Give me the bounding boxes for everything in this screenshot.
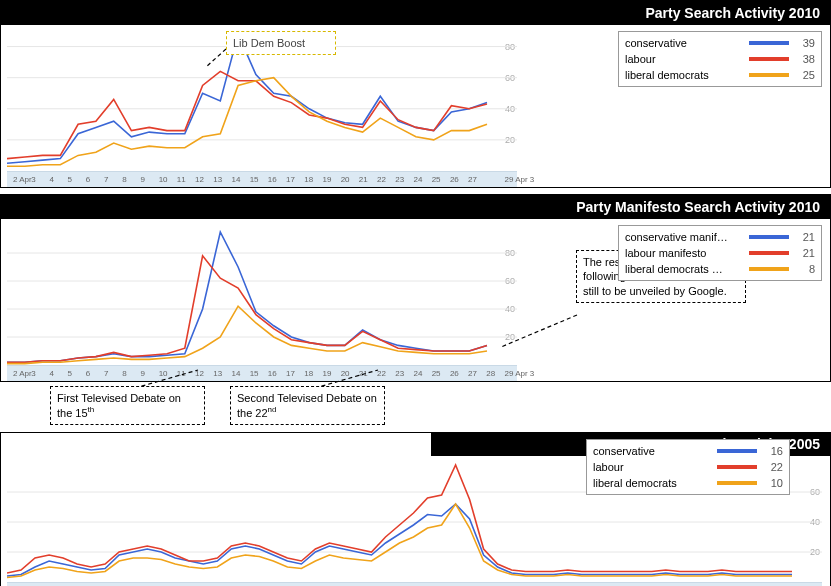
x-tick: 27 xyxy=(466,369,484,378)
x-tick: 29 Apr 3 xyxy=(502,369,520,378)
x-tick: 17 xyxy=(284,369,302,378)
x-axis: 3 Apr10 Apr17 Apr24 Apr1 May8 May15 May2… xyxy=(7,582,822,586)
x-tick: 14 xyxy=(229,369,247,378)
x-tick: 27 xyxy=(466,175,484,184)
x-tick: 24 xyxy=(411,175,429,184)
x-tick: 11 xyxy=(175,175,193,184)
legend-swatch xyxy=(717,449,757,453)
legend-value: 25 xyxy=(793,69,815,81)
x-tick: 3 xyxy=(29,369,47,378)
chart-svg xyxy=(7,225,517,365)
x-tick: 6 xyxy=(84,369,102,378)
callout-debate-2: Second Televised Debate on the 22nd xyxy=(230,386,385,425)
legend-swatch xyxy=(717,465,757,469)
x-tick: 2 Apr xyxy=(11,369,29,378)
callout-debate-1: First Televised Debate on the 15th xyxy=(50,386,205,425)
x-tick: 24 xyxy=(411,369,429,378)
x-tick: 26 xyxy=(448,369,466,378)
x-tick: 22 xyxy=(375,175,393,184)
legend-row: labour22 xyxy=(593,459,783,475)
x-tick: 15 xyxy=(248,369,266,378)
legend-name: liberal democrats xyxy=(625,69,745,81)
x-tick: 18 xyxy=(302,175,320,184)
legend-swatch xyxy=(749,73,789,77)
legend-name: liberal democrats xyxy=(593,477,713,489)
x-tick: 4 xyxy=(47,175,65,184)
x-tick: 28 xyxy=(484,369,502,378)
legend-swatch xyxy=(749,57,789,61)
plot-area: 20406080 xyxy=(7,225,517,365)
x-tick: 29 Apr 3 xyxy=(502,175,520,184)
legend-value: 21 xyxy=(793,247,815,259)
legend-value: 39 xyxy=(793,37,815,49)
chart-panel-0: Party Search Activity 2010conservative39… xyxy=(0,0,831,188)
panel-title: Party Manifesto Search Activity 2010 xyxy=(1,195,830,219)
legend-row: liberal democrats …8 xyxy=(625,261,815,277)
legend-row: conservative16 xyxy=(593,443,783,459)
x-tick: 17 xyxy=(284,175,302,184)
legend: conservative39labour38liberal democrats2… xyxy=(618,31,822,87)
legend-swatch xyxy=(749,235,789,239)
legend-swatch xyxy=(749,41,789,45)
legend-row: conservative39 xyxy=(625,35,815,51)
legend-row: liberal democrats10 xyxy=(593,475,783,491)
x-tick: 25 xyxy=(430,175,448,184)
x-tick: 7 xyxy=(102,369,120,378)
x-axis: 2 Apr34567891011121314151617181920212223… xyxy=(7,365,517,381)
x-tick: 13 xyxy=(211,175,229,184)
x-tick: 6 xyxy=(84,175,102,184)
x-tick: 15 xyxy=(248,175,266,184)
x-tick: 20 xyxy=(339,175,357,184)
x-tick: 13 xyxy=(211,369,229,378)
legend-row: labour manifesto21 xyxy=(625,245,815,261)
legend-name: conservative xyxy=(625,37,745,49)
x-tick: 16 xyxy=(266,175,284,184)
legend-swatch xyxy=(749,251,789,255)
x-tick: 9 xyxy=(138,175,156,184)
legend-row: conservative manif…21 xyxy=(625,229,815,245)
x-tick: 10 xyxy=(157,175,175,184)
legend-name: conservative manif… xyxy=(625,231,745,243)
legend-row: labour38 xyxy=(625,51,815,67)
x-tick: 14 xyxy=(229,175,247,184)
x-tick: 4 xyxy=(47,369,65,378)
legend-value: 21 xyxy=(793,231,815,243)
legend-value: 8 xyxy=(793,263,815,275)
chart-panel-2: Party Search Activity 2005conservative16… xyxy=(0,432,831,586)
panel-title: Party Search Activity 2010 xyxy=(1,1,830,25)
x-tick: 8 xyxy=(120,175,138,184)
callout: Lib Dem Boost xyxy=(226,31,336,55)
x-tick: 23 xyxy=(393,175,411,184)
x-tick: 12 xyxy=(193,175,211,184)
legend: conservative manif…21labour manifesto21l… xyxy=(618,225,822,281)
x-tick: 16 xyxy=(266,369,284,378)
x-tick: 3 xyxy=(29,175,47,184)
legend-value: 38 xyxy=(793,53,815,65)
legend-name: labour manifesto xyxy=(625,247,745,259)
x-tick: 2 Apr xyxy=(11,175,29,184)
chart-panel-1: Party Manifesto Search Activity 2010cons… xyxy=(0,194,831,382)
legend-name: labour xyxy=(625,53,745,65)
legend-row: liberal democrats25 xyxy=(625,67,815,83)
legend-name: liberal democrats … xyxy=(625,263,745,275)
x-tick: 5 xyxy=(66,175,84,184)
legend-swatch xyxy=(717,481,757,485)
x-tick: 7 xyxy=(102,175,120,184)
x-tick: 23 xyxy=(393,369,411,378)
x-axis: 2 Apr34567891011121314151617181920212223… xyxy=(7,171,517,187)
legend-name: conservative xyxy=(593,445,713,457)
legend-value: 16 xyxy=(761,445,783,457)
x-tick: 19 xyxy=(320,175,338,184)
legend-value: 22 xyxy=(761,461,783,473)
x-tick: 25 xyxy=(430,369,448,378)
legend-value: 10 xyxy=(761,477,783,489)
x-tick: 26 xyxy=(448,175,466,184)
legend-swatch xyxy=(749,267,789,271)
legend: conservative16labour22liberal democrats1… xyxy=(586,439,790,495)
legend-name: labour xyxy=(593,461,713,473)
x-tick: 21 xyxy=(357,175,375,184)
x-tick: 5 xyxy=(66,369,84,378)
